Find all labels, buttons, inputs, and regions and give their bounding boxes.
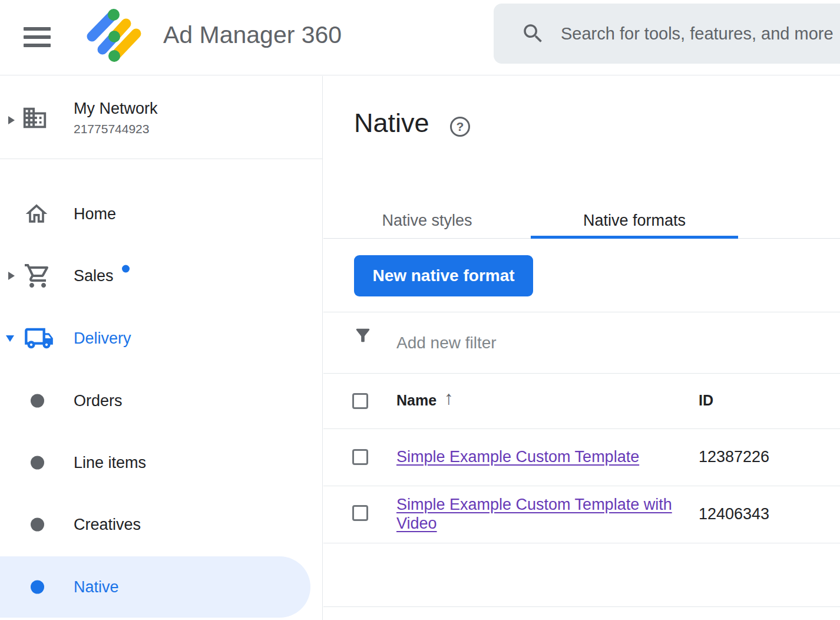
divider bbox=[323, 428, 840, 429]
home-icon bbox=[24, 201, 49, 227]
sidebar-item-orders[interactable]: Orders bbox=[0, 380, 322, 422]
network-name: My Network bbox=[74, 100, 158, 118]
top-app-bar: Ad Manager 360 Search for tools, feature… bbox=[0, 0, 840, 75]
shopping-cart-icon bbox=[24, 262, 52, 290]
column-header-id: ID bbox=[699, 392, 713, 409]
sort-ascending-icon[interactable]: ↑ bbox=[444, 387, 454, 409]
global-search-input[interactable]: Search for tools, features, and more bbox=[494, 4, 840, 64]
sidebar-nav: My Network 21775744923 Home Sales Delive… bbox=[0, 76, 323, 620]
sidebar-item-delivery[interactable]: Delivery bbox=[0, 317, 322, 360]
sidebar-item-label: Creatives bbox=[74, 516, 141, 534]
sidebar-item-line-items[interactable]: Line items bbox=[0, 441, 322, 484]
native-format-link[interactable]: Simple Example Custom Template with Vide… bbox=[396, 495, 673, 533]
divider bbox=[323, 543, 840, 543]
bullet-icon bbox=[31, 456, 44, 470]
chevron-down-icon bbox=[6, 335, 14, 342]
row-id: 12387226 bbox=[699, 448, 769, 466]
help-icon[interactable]: ? bbox=[450, 117, 470, 137]
delivery-truck-icon bbox=[24, 323, 54, 354]
menu-bar bbox=[24, 27, 51, 31]
menu-bar bbox=[24, 35, 51, 39]
app-title: Ad Manager 360 bbox=[163, 21, 342, 49]
sidebar-item-label: Orders bbox=[74, 392, 123, 410]
search-placeholder: Search for tools, features, and more bbox=[561, 24, 834, 44]
network-id: 21775744923 bbox=[74, 122, 149, 136]
ad-manager-logo-icon bbox=[86, 5, 145, 70]
bullet-icon bbox=[31, 581, 44, 594]
tab-native-styles[interactable]: Native styles bbox=[323, 203, 531, 238]
chevron-right-icon bbox=[8, 116, 15, 124]
filter-icon[interactable] bbox=[353, 325, 373, 345]
sidebar-item-home[interactable]: Home bbox=[0, 193, 322, 235]
sidebar-item-label: Native bbox=[74, 578, 119, 596]
ad-manager-page: Ad Manager 360 Search for tools, feature… bbox=[0, 0, 840, 620]
main-content: Native ? Native styles Native formats Ne… bbox=[323, 76, 840, 620]
native-format-link[interactable]: Simple Example Custom Template bbox=[396, 448, 639, 466]
menu-bar bbox=[24, 44, 51, 47]
sidebar-item-label: Home bbox=[74, 205, 116, 223]
bullet-icon bbox=[31, 394, 44, 408]
add-filter-input[interactable]: Add new filter bbox=[396, 334, 497, 352]
building-icon bbox=[21, 104, 48, 131]
divider bbox=[323, 486, 840, 486]
divider bbox=[323, 373, 840, 374]
bullet-icon bbox=[31, 518, 44, 532]
sidebar-item-sales[interactable]: Sales bbox=[0, 255, 322, 297]
row-id: 12406343 bbox=[699, 505, 769, 523]
network-selector[interactable]: My Network 21775744923 bbox=[0, 76, 322, 159]
sidebar-item-label: Delivery bbox=[74, 329, 131, 348]
tab-bar: Native styles Native formats bbox=[323, 203, 840, 239]
chevron-right-icon bbox=[8, 272, 15, 280]
sidebar-item-creatives[interactable]: Creatives bbox=[0, 503, 322, 546]
page-title: Native bbox=[354, 108, 429, 138]
menu-icon[interactable] bbox=[24, 27, 51, 47]
column-header-name[interactable]: Name bbox=[396, 392, 436, 409]
select-all-checkbox[interactable] bbox=[352, 393, 368, 409]
search-icon bbox=[521, 21, 545, 46]
divider bbox=[323, 606, 840, 607]
new-native-format-button[interactable]: New native format bbox=[354, 255, 533, 296]
row-checkbox[interactable] bbox=[352, 505, 368, 521]
notification-dot bbox=[122, 265, 130, 273]
row-checkbox[interactable] bbox=[352, 449, 368, 465]
tab-native-formats[interactable]: Native formats bbox=[531, 203, 738, 238]
sidebar-item-label: Sales bbox=[74, 267, 130, 285]
sidebar-item-native[interactable]: Native bbox=[0, 566, 322, 608]
sidebar-item-label: Line items bbox=[74, 454, 146, 472]
divider bbox=[323, 312, 840, 312]
